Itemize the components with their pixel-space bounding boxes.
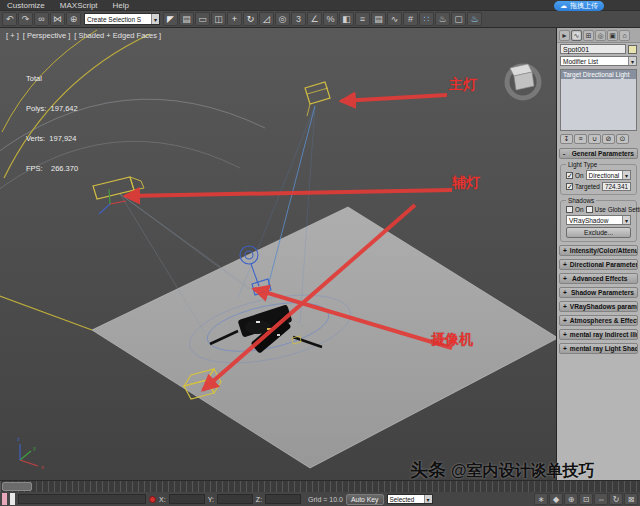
unlink-selection-icon[interactable]: ⋈	[50, 12, 65, 26]
select-by-name-icon[interactable]: ▤	[179, 12, 194, 26]
drag-upload-badge[interactable]: ☁ 拖拽上传	[554, 1, 604, 11]
undo-icon[interactable]: ↶	[2, 12, 17, 26]
y-axis-label: Y:	[208, 496, 214, 503]
rectangular-selection-region-icon[interactable]: ▭	[195, 12, 210, 26]
mirror-icon[interactable]: ◧	[339, 12, 354, 26]
shadow-plugin-dropdown[interactable]: VRayShadow ▾	[566, 215, 631, 225]
watermark-handle: @室内设计谈单技巧	[451, 461, 595, 482]
display-tab-icon[interactable]: ▣	[607, 30, 618, 41]
orbit-icon[interactable]: ↻	[609, 493, 623, 505]
hierarchy-tab-icon[interactable]: ⊞	[583, 30, 594, 41]
select-and-link-icon[interactable]: ∞	[34, 12, 49, 26]
expand-icon: +	[563, 289, 568, 296]
zoom-icon[interactable]: ⊕	[564, 493, 578, 505]
rollout-label: Advanced Effects	[572, 275, 627, 282]
named-selection-set-combo[interactable]: Create Selection S ▾	[84, 13, 160, 25]
modify-tab-icon[interactable]: ∿	[571, 30, 582, 41]
curve-editor-icon[interactable]: ∿	[387, 12, 402, 26]
object-name-field[interactable]: Spot001	[560, 44, 626, 54]
make-unique-icon[interactable]: ∪	[588, 134, 601, 144]
align-icon[interactable]: ≡	[355, 12, 370, 26]
modifier-stack[interactable]: Target Directional Light	[560, 69, 637, 131]
maxscript-listener-white[interactable]	[10, 493, 15, 505]
chevron-down-icon: ▾	[622, 216, 630, 224]
snaps-toggle-icon[interactable]: 3	[291, 12, 306, 26]
light-type-value: Directional	[587, 172, 620, 179]
key-filters-icon[interactable]: ∗	[534, 493, 548, 505]
window-crossing-toggle-icon[interactable]: ◫	[211, 12, 226, 26]
configure-modifier-sets-icon[interactable]: ⊙	[616, 134, 629, 144]
light-on-checkbox[interactable]: ✓	[566, 172, 573, 179]
percent-snap-toggle-icon[interactable]: %	[323, 12, 338, 26]
targeted-checkbox[interactable]: ✓	[566, 183, 573, 190]
expand-icon: +	[563, 345, 567, 352]
rollout-header[interactable]: + VRayShadows params	[559, 301, 638, 312]
set-key-button[interactable]	[149, 496, 156, 503]
pan-icon[interactable]: ⇔	[594, 493, 608, 505]
expand-icon: +	[563, 317, 567, 324]
exclude-button[interactable]: Exclude...	[566, 227, 631, 238]
create-tab-icon[interactable]: ►	[559, 30, 570, 41]
select-and-scale-icon[interactable]: ◿	[259, 12, 274, 26]
redo-icon[interactable]: ↷	[18, 12, 33, 26]
viewport-label: [ + ] [ Perspective ] [ Shaded + Edged F…	[6, 31, 161, 40]
select-object-icon[interactable]: ◤	[163, 12, 178, 26]
viewport-menu-shading[interactable]: [ Shaded + Edged Faces ]	[74, 31, 161, 40]
maxscript-mini-listener[interactable]	[2, 493, 7, 505]
rollout-general-parameters[interactable]: - General Parameters	[559, 148, 638, 159]
utilities-tab-icon[interactable]: ⌂	[619, 30, 630, 41]
zoom-extents-icon[interactable]: ⊡	[579, 493, 593, 505]
modifier-list-dropdown[interactable]: Modifier List ▾	[560, 56, 637, 66]
render-setup-icon[interactable]: ♨	[435, 12, 450, 26]
target-distance-field[interactable]: 724.341	[602, 182, 631, 191]
auto-key-button[interactable]: Auto Key	[346, 494, 384, 505]
rollout-header[interactable]: + Directional Parameters	[559, 259, 638, 270]
key-filter-dropdown[interactable]: Selected ▾	[387, 494, 433, 504]
object-color-swatch[interactable]	[628, 45, 637, 54]
menu-item[interactable]: Help	[106, 0, 136, 11]
layer-manager-icon[interactable]: ▤	[371, 12, 386, 26]
status-bar: X: Y: Z: Grid = 10.0 Auto Key Selected ▾…	[0, 492, 640, 506]
rollout-header[interactable]: + Shadow Parameters	[559, 287, 638, 298]
menu-bar: CustomizeMAXScriptHelp ☁ 拖拽上传	[0, 0, 640, 11]
render-production-icon[interactable]: ♨	[467, 12, 482, 26]
rollout-header[interactable]: + mental ray Light Shader	[559, 343, 638, 354]
material-editor-icon[interactable]: ∷	[419, 12, 434, 26]
named-selection-set-value: Create Selection S	[85, 16, 141, 23]
bind-to-space-warp-icon[interactable]: ⊕	[66, 12, 81, 26]
key-mode-toggle-icon[interactable]: ◆	[549, 493, 563, 505]
shadows-on-checkbox[interactable]	[566, 206, 573, 213]
y-coordinate-field[interactable]	[217, 494, 253, 504]
select-and-rotate-icon[interactable]: ↻	[243, 12, 258, 26]
menu-item[interactable]: MAXScript	[53, 0, 105, 11]
pin-stack-icon[interactable]: ↧	[560, 134, 573, 144]
perspective-viewport[interactable]: x y z	[0, 28, 556, 480]
show-end-result-icon[interactable]: ≡	[574, 134, 587, 144]
x-coordinate-field[interactable]	[169, 494, 205, 504]
shadows-group: Shadows On Use Global Settings VRayShado…	[560, 200, 637, 242]
motion-tab-icon[interactable]: ◎	[595, 30, 606, 41]
menu-item[interactable]: Customize	[0, 0, 52, 11]
rollout-header[interactable]: + mental ray Indirect Illumination	[559, 329, 638, 340]
rendered-frame-window-icon[interactable]: ▢	[451, 12, 466, 26]
viewport-menu-pov[interactable]: [ Perspective ]	[23, 31, 71, 40]
remove-modifier-icon[interactable]: ⊘	[602, 134, 615, 144]
schematic-view-icon[interactable]: #	[403, 12, 418, 26]
use-pivot-point-center-icon[interactable]: ◎	[275, 12, 290, 26]
rollout-header[interactable]: + Atmospheres & Effects	[559, 315, 638, 326]
viewport-menu-general[interactable]: [ + ]	[6, 31, 19, 40]
rollout-label: mental ray Indirect Illumination	[570, 331, 638, 338]
main-area: x y z	[0, 28, 640, 480]
time-slider-handle[interactable]	[2, 482, 32, 491]
light-type-dropdown[interactable]: Directional ▾	[586, 170, 631, 180]
rollout-header[interactable]: + Advanced Effects	[559, 273, 638, 284]
rollout-header[interactable]: + Intensity/Color/Attenuation	[559, 245, 638, 256]
stack-item-target-directional-light[interactable]: Target Directional Light	[561, 70, 636, 79]
select-and-move-icon[interactable]: +	[227, 12, 242, 26]
light-on-label: On	[575, 172, 584, 179]
prompt-line	[18, 494, 146, 504]
maximize-viewport-toggle-icon[interactable]: ⊠	[624, 493, 638, 505]
z-coordinate-field[interactable]	[265, 494, 301, 504]
use-global-settings-checkbox[interactable]	[586, 206, 593, 213]
angle-snap-toggle-icon[interactable]: ∠	[307, 12, 322, 26]
